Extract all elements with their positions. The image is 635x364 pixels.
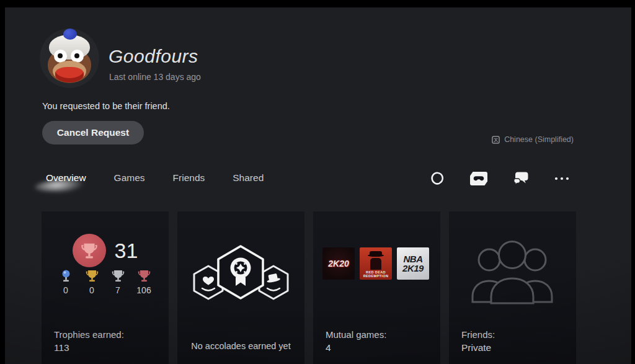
trophy-level-row: 31 xyxy=(42,234,169,267)
overview-cards: 31 0 xyxy=(42,211,576,364)
accolades-empty-label: No accolades earned yet xyxy=(177,341,304,351)
tab-overview[interactable]: Overview xyxy=(43,171,89,185)
game-tile-nba2k19: NBA 2K19 xyxy=(397,247,429,280)
accolade-hexagons-icon xyxy=(177,229,304,322)
trophy-level: 31 xyxy=(115,239,138,263)
tab-overview-label: Overview xyxy=(46,172,86,183)
gold-trophy-icon xyxy=(85,269,99,283)
tab-games[interactable]: Games xyxy=(112,171,148,185)
trophy-level-icon xyxy=(73,234,106,267)
bronze-trophy-col: 106 xyxy=(131,269,157,295)
silver-count: 7 xyxy=(115,285,120,295)
tab-friends-label: Friends xyxy=(173,172,205,183)
silver-trophy-icon xyxy=(111,269,125,283)
friend-request-status: You requested to be their friend. xyxy=(42,101,170,111)
friends-label: Friends: xyxy=(461,328,495,341)
profile-toolbar xyxy=(429,170,571,187)
messages-icon[interactable] xyxy=(512,170,529,187)
platinum-count: 0 xyxy=(63,285,68,295)
headset-icon[interactable] xyxy=(429,170,446,187)
accolades-card[interactable]: No accolades earned yet xyxy=(177,211,304,364)
platinum-trophy-icon xyxy=(59,269,73,283)
username: Goodfours xyxy=(109,46,198,67)
rdr2-logo-text: RED DEAD REDEMPTION xyxy=(360,270,392,278)
tab-shared[interactable]: Shared xyxy=(230,171,266,185)
tab-friends[interactable]: Friends xyxy=(171,171,208,185)
nba2k19-logo-line1: NBA xyxy=(404,255,423,264)
profile-language: Chinese (Simplified) xyxy=(492,135,574,144)
friends-value: Private xyxy=(461,341,495,354)
mutual-games-value: 4 xyxy=(326,341,386,354)
more-options-icon[interactable] xyxy=(553,170,571,187)
mutual-games-caption: Mutual games: 4 xyxy=(326,328,386,354)
trophies-card[interactable]: 31 0 xyxy=(42,211,169,364)
avatar-pom xyxy=(63,29,77,40)
nba2k20-logo-text: 2K20 xyxy=(328,259,349,269)
last-online-status: Last online 13 days ago xyxy=(109,72,201,82)
game-tile-rdr2: RED DEAD REDEMPTION xyxy=(360,247,392,280)
silver-trophy-col: 7 xyxy=(105,269,131,295)
trophies-caption: Trophies earned: 113 xyxy=(54,328,124,354)
profile-screen: Goodfours Last online 13 days ago You re… xyxy=(5,7,631,364)
avatar[interactable] xyxy=(40,29,99,88)
tab-shared-label: Shared xyxy=(233,172,264,183)
game-tile-nba2k20: 2K20 xyxy=(322,247,355,280)
platinum-trophy-col: 0 xyxy=(53,269,79,295)
mutual-games-card[interactable]: 2K20 RED DEAD REDEMPTION NBA xyxy=(313,211,440,364)
screen-frame: Goodfours Last online 13 days ago You re… xyxy=(0,0,635,364)
gold-trophy-col: 0 xyxy=(79,269,105,295)
friends-silhouette-icon xyxy=(466,235,559,312)
friends-card[interactable]: Friends: Private xyxy=(449,211,576,364)
mutual-games-tiles: 2K20 RED DEAD REDEMPTION NBA xyxy=(322,247,429,280)
nba2k19-logo-line2: 2K19 xyxy=(402,264,424,273)
cancel-request-button[interactable]: Cancel Request xyxy=(42,121,144,144)
trophy-counts-row: 0 0 7 xyxy=(53,269,158,295)
rdr2-cowboy-art xyxy=(368,251,383,270)
language-label: Chinese (Simplified) xyxy=(504,135,574,144)
mutual-games-label: Mutual games: xyxy=(326,328,386,341)
bronze-trophy-icon xyxy=(137,269,151,283)
tab-games-label: Games xyxy=(114,172,145,183)
game-base-icon[interactable] xyxy=(470,170,487,187)
language-icon xyxy=(492,136,500,144)
avatar-mouth xyxy=(55,67,84,82)
profile-tabs: Overview Games Friends Shared xyxy=(43,171,266,185)
trophies-value: 113 xyxy=(54,341,124,354)
friends-caption: Friends: Private xyxy=(461,328,495,354)
trophies-label: Trophies earned: xyxy=(54,328,124,341)
gold-count: 0 xyxy=(89,285,94,295)
bronze-count: 106 xyxy=(136,285,151,295)
